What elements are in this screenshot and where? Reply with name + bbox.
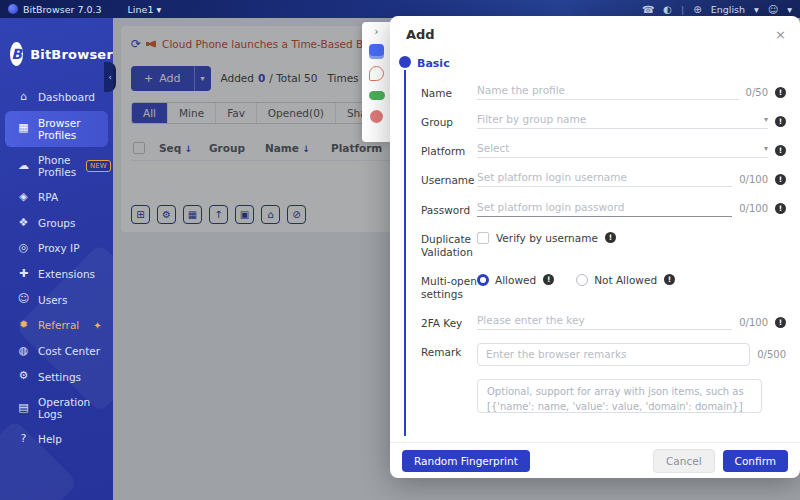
wechat-icon[interactable]	[369, 91, 385, 100]
cost-center-icon: ◍	[17, 345, 30, 358]
field-duplicate-validation: Duplicate Validation Verify by username …	[421, 230, 786, 259]
home-icon: ⌂	[17, 91, 30, 104]
sidebar-item-cost-center[interactable]: ◍ Cost Center	[5, 339, 108, 364]
close-icon[interactable]: ×	[775, 28, 786, 41]
sidebar-item-proxy-ip[interactable]: ◎ Proxy IP	[5, 236, 108, 261]
field-cookie-json: Optional, support for array with json it…	[421, 379, 786, 413]
caret-down-icon: ▾	[156, 4, 161, 15]
expand-strip-icon[interactable]: ›	[375, 26, 379, 37]
info-icon[interactable]: !	[775, 174, 786, 185]
field-remark: Remark 0/500	[421, 343, 786, 366]
sidebar-item-label: Help	[38, 433, 62, 445]
bitbrowser-logo-icon: B	[10, 42, 23, 66]
caret-down-icon[interactable]: ▾	[754, 4, 759, 15]
proxy-icon: ◎	[17, 242, 30, 255]
info-icon[interactable]: !	[664, 274, 675, 285]
field-label: Duplicate Validation	[421, 230, 477, 259]
timeline-dot	[399, 56, 411, 68]
sidebar-item-extensions[interactable]: ✚ Extensions	[5, 262, 108, 287]
line-label: Line1	[128, 4, 154, 15]
brand-name: BitBrowser	[30, 47, 113, 62]
sidebar-item-label: Browser Profiles	[38, 117, 104, 141]
sidebar: B BitBrowser ⌂ Dashboard ▦ Browser Profi…	[0, 18, 113, 500]
random-fingerprint-button[interactable]: Random Fingerprint	[402, 450, 530, 472]
modal-header: Add ×	[390, 16, 800, 50]
sidebar-nav: ⌂ Dashboard ▦ Browser Profiles ☁ Phone P…	[0, 85, 113, 452]
sidebar-item-phone-profiles[interactable]: ☁ Phone Profiles NEW	[5, 148, 108, 184]
cloud-phone-icon: ☁	[17, 160, 30, 173]
caret-down-icon[interactable]: ▾	[764, 144, 768, 153]
sidebar-item-operation-logs[interactable]: ▤ Operation Logs	[5, 390, 108, 426]
char-counter: 0/100	[739, 317, 768, 328]
theme-icon[interactable]: ◐	[663, 4, 672, 15]
sidebar-item-label: Proxy IP	[38, 242, 80, 254]
info-icon[interactable]: !	[775, 203, 786, 214]
info-icon[interactable]: !	[775, 145, 786, 156]
radio-not-allowed[interactable]: Not Allowed !	[576, 274, 675, 286]
sidebar-item-label: Users	[38, 294, 67, 306]
json-textarea[interactable]: Optional, support for array with json it…	[477, 379, 762, 413]
sidebar-item-browser-profiles[interactable]: ▦ Browser Profiles	[5, 111, 108, 147]
modal-title: Add	[406, 27, 435, 42]
field-group: Group ▾ !	[421, 113, 786, 129]
line-selector[interactable]: Line1 ▾	[128, 4, 162, 15]
sidebar-item-users[interactable]: ☺ Users	[5, 287, 108, 312]
field-2fa-key: 2FA Key 0/100 !	[421, 314, 786, 330]
app-logo-icon	[8, 4, 18, 14]
char-counter: 0/100	[739, 174, 768, 185]
sidebar-item-settings[interactable]: ⚙ Settings	[5, 364, 108, 389]
field-username: Username 0/100 !	[421, 171, 786, 187]
extensions-icon: ✚	[17, 268, 30, 281]
radio-off-icon[interactable]	[576, 274, 588, 286]
field-name: Name 0/50 !	[421, 84, 786, 100]
chat-support-icon[interactable]	[369, 66, 384, 81]
user-icon[interactable]: ☺	[768, 4, 778, 15]
sidebar-item-label: RPA	[38, 191, 58, 203]
brand: B BitBrowser	[0, 18, 113, 84]
sparkle-icon: ✦	[93, 320, 101, 332]
verify-username-checkbox[interactable]	[477, 232, 489, 244]
help-icon: ?	[17, 433, 30, 446]
radio-on-icon[interactable]	[477, 274, 489, 286]
new-badge: NEW	[86, 160, 111, 172]
name-input[interactable]	[477, 84, 739, 96]
info-icon[interactable]: !	[775, 87, 786, 98]
modal-body: Basic Name 0/50 ! Group ▾ ! Platform	[390, 50, 800, 442]
info-icon[interactable]: !	[605, 232, 616, 243]
sidebar-item-help[interactable]: ? Help	[5, 427, 108, 452]
language-selector[interactable]: English	[711, 4, 745, 15]
modal-footer: Random Fingerprint Cancel Confirm	[390, 442, 800, 478]
cancel-button[interactable]: Cancel	[653, 449, 715, 473]
radio-allowed[interactable]: Allowed !	[477, 274, 554, 286]
gear-icon: ⚙	[17, 370, 30, 383]
remark-input[interactable]	[486, 348, 741, 360]
2fa-key-input[interactable]	[477, 314, 732, 326]
sidebar-item-rpa[interactable]: ◈ RPA	[5, 185, 108, 210]
char-counter: 0/100	[739, 203, 768, 214]
checkbox-label[interactable]: Verify by username	[496, 232, 598, 244]
sidebar-item-referral[interactable]: ✹ Referral ✦	[5, 313, 108, 338]
field-label: Group	[421, 113, 477, 129]
info-icon[interactable]: !	[543, 274, 554, 285]
password-input[interactable]	[477, 201, 732, 213]
messenger-icon[interactable]	[369, 44, 384, 59]
section-basic: Basic	[417, 57, 786, 70]
platform-select[interactable]	[477, 142, 760, 154]
username-input[interactable]	[477, 171, 732, 183]
caret-down-icon[interactable]: ▾	[787, 4, 792, 15]
contact-icon[interactable]	[370, 110, 383, 123]
sidebar-item-label: Groups	[38, 217, 75, 229]
info-icon[interactable]: !	[775, 116, 786, 127]
grid-icon: ▦	[17, 122, 30, 135]
field-label: 2FA Key	[421, 314, 477, 330]
confirm-button[interactable]: Confirm	[723, 450, 788, 472]
support-icon[interactable]: ☎	[642, 4, 654, 15]
sidebar-item-groups[interactable]: ❖ Groups	[5, 211, 108, 236]
sidebar-item-dashboard[interactable]: ⌂ Dashboard	[5, 85, 108, 110]
field-label: Multi-open settings	[421, 272, 477, 301]
caret-down-icon[interactable]: ▾	[764, 115, 768, 124]
group-select[interactable]	[477, 113, 760, 125]
referral-icon: ✹	[17, 319, 30, 332]
field-label: Username	[421, 171, 477, 187]
chevron-left-icon: ‹	[108, 73, 111, 82]
